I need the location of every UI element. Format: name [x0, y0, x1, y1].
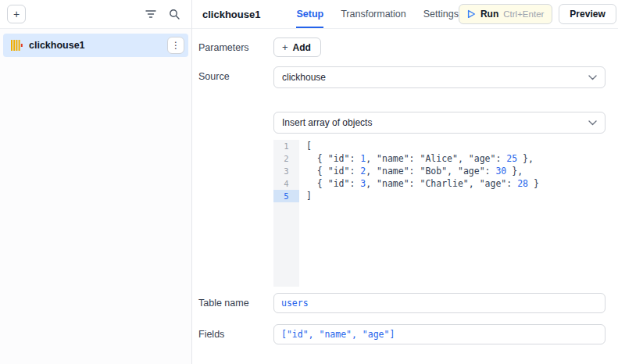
- tab-setup[interactable]: Setup: [296, 0, 323, 28]
- line-number: 4: [273, 177, 299, 190]
- insert-mode-value: Insert array of objects: [282, 117, 588, 128]
- source-select[interactable]: clickhouse: [273, 66, 605, 88]
- insert-mode-label-spacer: [198, 112, 273, 116]
- plus-icon: +: [282, 41, 288, 53]
- run-label: Run: [480, 9, 498, 20]
- chevron-down-icon: [588, 75, 597, 80]
- line-number: 1: [273, 140, 299, 152]
- search-icon[interactable]: [166, 6, 182, 22]
- json-editor[interactable]: 12345 [ { "id": 1, "name": "Alice", "age…: [273, 140, 605, 287]
- source-row: Source clickhouse: [198, 66, 605, 105]
- sidebar-toolbar: +: [0, 0, 191, 29]
- header-actions: Run Ctrl+Enter Preview: [459, 4, 616, 24]
- code-line[interactable]: { "id": 3, "name": "Charlie", "age": 28 …: [306, 177, 605, 190]
- app: + clickhouse1 ⋮: [0, 0, 618, 364]
- source-label: Source: [198, 66, 273, 82]
- run-button[interactable]: Run Ctrl+Enter: [459, 4, 552, 24]
- fields-row: Fields: [198, 324, 605, 344]
- main-panel: clickhouse1 Setup Transformation Setting…: [192, 0, 618, 364]
- source-select-value: clickhouse: [282, 72, 588, 83]
- editor-row: 12345 [ { "id": 1, "name": "Alice", "age…: [198, 140, 605, 287]
- code-line[interactable]: ]: [306, 190, 605, 202]
- tab-transformation[interactable]: Transformation: [341, 0, 406, 28]
- step-header: clickhouse1 Setup Transformation Setting…: [192, 0, 618, 29]
- chevron-down-icon: [588, 120, 597, 126]
- line-number: 2: [273, 152, 299, 165]
- kebab-menu-button[interactable]: ⋮: [167, 37, 184, 54]
- sidebar-item-label: clickhouse1: [29, 40, 161, 51]
- table-name-label: Table name: [198, 293, 273, 309]
- line-number: 3: [273, 165, 299, 177]
- code-line[interactable]: { "id": 1, "name": "Alice", "age": 25 },: [306, 152, 605, 165]
- run-shortcut: Ctrl+Enter: [503, 9, 544, 19]
- editor-label-spacer: [198, 140, 273, 145]
- play-icon: [467, 9, 476, 19]
- editor-gutter: 12345: [273, 140, 299, 287]
- insert-mode-row: Insert array of objects: [198, 112, 605, 134]
- sidebar-item-clickhouse1[interactable]: clickhouse1 ⋮: [3, 34, 188, 57]
- table-name-input[interactable]: [273, 293, 605, 313]
- fields-label: Fields: [198, 324, 273, 340]
- table-name-row: Table name: [198, 293, 605, 313]
- fields-input[interactable]: [273, 324, 605, 344]
- kebab-icon: ⋮: [171, 40, 180, 51]
- preview-button[interactable]: Preview: [559, 4, 616, 24]
- tab-settings[interactable]: Settings: [423, 0, 459, 28]
- add-parameter-label: Add: [293, 42, 311, 53]
- filter-icon[interactable]: [143, 6, 159, 22]
- parameters-label: Parameters: [198, 37, 273, 53]
- parameters-row: Parameters + Add: [198, 37, 605, 57]
- add-parameter-button[interactable]: + Add: [273, 37, 321, 57]
- step-content: Parameters + Add Source clickhouse: [192, 29, 618, 364]
- clickhouse-logo-icon: [11, 40, 23, 51]
- editor-code: [ { "id": 1, "name": "Alice", "age": 25 …: [299, 140, 605, 287]
- code-line[interactable]: [: [306, 140, 605, 152]
- resource-placeholder: [273, 91, 516, 105]
- add-node-button[interactable]: +: [7, 5, 26, 23]
- tab-bar: Setup Transformation Settings: [296, 0, 459, 28]
- code-line[interactable]: { "id": 2, "name": "Bob", "age": 30 },: [306, 165, 605, 177]
- insert-mode-select[interactable]: Insert array of objects: [273, 112, 605, 134]
- sidebar: + clickhouse1 ⋮: [0, 0, 192, 364]
- step-title: clickhouse1: [202, 9, 260, 20]
- line-number: 5: [273, 190, 299, 202]
